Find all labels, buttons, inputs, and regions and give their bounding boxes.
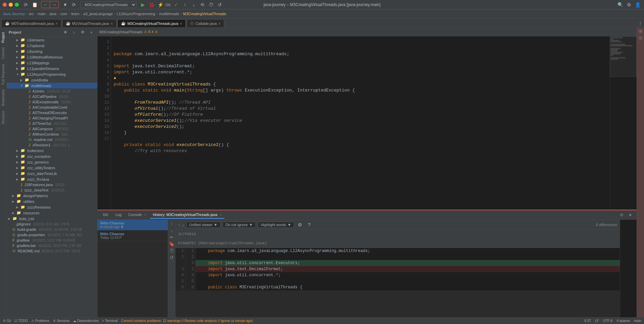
tree-item[interactable]: ▶ 📁 todo_List [7, 216, 97, 221]
vtab-commit[interactable]: Commit [1, 45, 6, 61]
close-button[interactable] [3, 3, 7, 7]
tree-item[interactable]: M readme.md 10/18/23... [7, 137, 97, 142]
tree-item[interactable]: ▼ 📁 multithreads [7, 83, 97, 88]
git-check-button[interactable]: ✓ [172, 1, 180, 8]
tree-item[interactable]: ▶ 📁 zzzz_RxJava [7, 176, 97, 182]
history-close[interactable]: × [220, 213, 222, 217]
diff-help-button[interactable]: ? [306, 221, 313, 228]
diff-left-icon-6[interactable]: ↺ [170, 255, 174, 260]
tree-item[interactable]: J A5ThreadOfExecutio [7, 110, 97, 115]
status-git[interactable]: ⑤ Git [3, 319, 11, 323]
bottom-tab-log[interactable]: Log [113, 211, 124, 219]
bottom-tab-git[interactable]: Git: [100, 211, 111, 219]
tree-item[interactable]: J A9thenCombine 10/1... [7, 132, 97, 137]
status-todo[interactable]: ☑ TODO [14, 319, 28, 323]
tree-item[interactable]: ▶ 📁 resources [7, 210, 97, 216]
git-undo-button[interactable]: ↺ [216, 1, 224, 8]
tree-item[interactable]: ▶ 📁 L11parallelStreams [7, 66, 97, 71]
bc-java[interactable]: java [50, 12, 56, 16]
tree-item[interactable]: ▶ 📁 lcollectors [7, 148, 97, 153]
sidebar-icon-3[interactable]: ⚙ [79, 29, 86, 36]
tree-item[interactable]: J A1Intro 10/16/23, 10:24 [7, 88, 97, 94]
tree-item[interactable]: F gradlew.bat 10/18/23, 10:57 PM, 2.87 K… [7, 243, 97, 248]
more-tabs-button[interactable]: ⋮ [637, 20, 644, 27]
commit-item-2[interactable]: Nitin Chauras Today 12:43 P [97, 230, 168, 241]
status-dependencies[interactable]: ☁ Dependencies [73, 319, 99, 323]
toolbar-icon-5[interactable]: 🐞 [148, 1, 155, 8]
diff-settings-button[interactable]: ⚙ [296, 221, 304, 228]
sidebar-close-button[interactable]: × [88, 29, 95, 36]
bc-multithreads[interactable]: multithreads [159, 12, 179, 16]
tree-item[interactable]: ▶ 📁 L8sorting [7, 48, 97, 54]
git-push-button[interactable]: ↑ [181, 1, 189, 8]
tab-m1-close[interactable]: × [111, 22, 113, 26]
profile-icon[interactable]: 👤 [634, 1, 641, 8]
tree-item[interactable]: ▶ 📁 L11Mappings [7, 60, 97, 66]
bc-src[interactable]: src [29, 12, 34, 16]
tree-item[interactable]: J zzzz_JavaTest 10/19/23... [7, 187, 97, 193]
tree-item[interactable]: ▶ 📁 zzzzRevisions [7, 204, 97, 210]
tree-item[interactable]: ▶ 📁 covidIndia [7, 77, 97, 83]
tree-item[interactable]: ▶ 📁 designPatterns [7, 193, 97, 199]
tree-item[interactable]: M README.md 8/26/23, 10:17 PM, 104 B [7, 248, 97, 254]
toolbar-icon-2[interactable]: 📋 [31, 1, 38, 8]
diff-down-button[interactable]: ↓ [182, 222, 184, 227]
vtab-project[interactable]: Project [1, 30, 6, 45]
tree-item[interactable]: G build.gradle 10/18/23, 10:59 PM, 3.98 … [7, 227, 97, 232]
toolbar-icon-1[interactable]: ⟳ [22, 1, 30, 8]
branch-dropdown[interactable]: M3CreatingVirtualThreads [80, 1, 136, 8]
code-lines[interactable]: package com.learn.a3_javaLanguage.L12Asy… [111, 36, 610, 210]
tree-item[interactable]: F gradlew 10/18/23, 10:57 PM, 8.69 KB [7, 238, 97, 243]
tab-callable-close[interactable]: × [218, 22, 220, 26]
tree-item[interactable]: G gradle.properties 10/18/23, 7:32 AM, 4… [7, 232, 97, 238]
status-problems[interactable]: ⚠ Problems [31, 319, 49, 323]
bc-l12[interactable]: L12AsyncProgramming [117, 12, 155, 16]
tree-item[interactable]: ▶ 📁 zzz_generics [7, 159, 97, 165]
tree-item[interactable]: ▼ 📁 L12AsyncProgramming [7, 71, 97, 77]
tree-item[interactable]: J A7TimeOut 10/17/23... [7, 121, 97, 126]
tree-item[interactable]: J A8Compose 10/13/23... [7, 126, 97, 132]
status-terminal[interactable]: > Terminal [102, 319, 118, 323]
sidebar-icon-2[interactable]: ↕ [70, 29, 78, 36]
vtab-structure[interactable]: Structure [1, 109, 6, 127]
tree-item[interactable]: J J18Features.java 10/13/... [7, 182, 97, 187]
tree-item[interactable]: J A2CallPipeline 10/16/... [7, 94, 97, 99]
tab-m0-close[interactable]: × [55, 22, 57, 26]
git-pull-button[interactable]: ↓ [190, 1, 197, 8]
bc-a3[interactable]: a3_javaLanguage [83, 12, 113, 16]
unified-viewer-button[interactable]: Unified viewer ▼ [186, 222, 220, 228]
bc-java-journey[interactable]: Java-Journey [3, 12, 25, 16]
diff-up-button[interactable]: ↑ [178, 222, 180, 227]
toolbar-icon-3[interactable]: ▼ [62, 1, 69, 8]
gear-icon[interactable]: ⚙ [625, 1, 633, 8]
bc-main[interactable]: main [38, 12, 46, 16]
tab-m1[interactable]: ☕ M1VirtualThreads.java × [62, 19, 117, 27]
git-time-button[interactable]: ⏱ [207, 1, 215, 8]
do-not-ignore-button[interactable]: Do not ignore ▼ [223, 222, 256, 228]
tree-item[interactable]: J A3Exceptionally 10/16/... [7, 99, 97, 105]
search-icon[interactable]: 🔍 [616, 1, 624, 8]
diff-left-icon-3[interactable]: ✏ [170, 235, 174, 240]
nav-back-button[interactable]: ← [41, 1, 50, 8]
sidebar-icon-1[interactable]: ⊕ [62, 29, 69, 36]
vtab-pull-requests[interactable]: Pull Requests [1, 62, 6, 87]
diff-left-icon-5[interactable]: ⏱ [169, 248, 174, 253]
bc-com[interactable]: com [60, 12, 67, 16]
bottom-tab-history[interactable]: History: M3CreatingVirtualThreads.java × [150, 211, 225, 219]
tree-item[interactable]: ▶ 📁 utilities [7, 199, 97, 204]
tree-item[interactable]: ▶ 📁 zzzz_dateTimeLib [7, 171, 97, 176]
run-button[interactable]: ▶ [139, 1, 147, 8]
bottom-close-button[interactable]: × [627, 211, 634, 219]
tree-item[interactable]: J A4CompletableCovid [7, 105, 97, 110]
tree-item[interactable]: . .gitignore 2/22/23, 6:51 AM, 278 B [7, 221, 97, 227]
tree-item[interactable]: ▶ 📁 zzz_exception [7, 153, 97, 159]
toolbar-icon-6[interactable]: ⚡ [157, 1, 164, 8]
tree-item[interactable]: ▶ 📁 zzz_utilityTesters [7, 165, 97, 171]
tree-item[interactable]: J A6ChangingThreadPr [7, 115, 97, 121]
diff-left-icon-4[interactable]: 🔖 [169, 241, 174, 247]
diff-left-icon-2[interactable]: ↓ [170, 228, 173, 233]
tab-m0[interactable]: ☕ M0Traditionalthreads.java × [1, 19, 62, 27]
tree-item[interactable]: ▶ 📁 L7optional [7, 43, 97, 48]
vtab-bookmarks[interactable]: Bookmarks [1, 87, 6, 108]
tree-item[interactable]: ▶ 📁 L10MethodReference [7, 54, 97, 60]
